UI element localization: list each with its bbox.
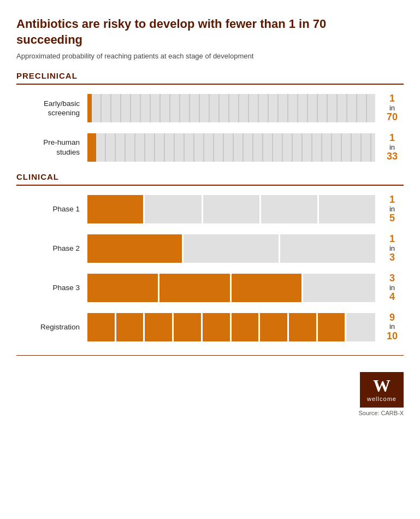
bar-phase3: [87, 274, 375, 302]
row-prehuman: Pre-humanstudies 1 in 33: [16, 133, 404, 162]
clinical-label: CLINICAL: [16, 172, 404, 181]
fraction-phase3: 3 in 4: [381, 273, 404, 303]
row-phase1: Phase 1 1 in 5: [16, 194, 404, 224]
row-registration: Registration 9 in 10: [16, 312, 404, 342]
page-title: Antibiotics are risky to develop with fe…: [16, 16, 388, 48]
bar-registration: [87, 313, 375, 341]
row-label-registration: Registration: [16, 322, 87, 332]
preclinical-section: PRECLINICAL Early/basicscreening 1 in 70…: [16, 71, 404, 162]
row-label-prehuman: Pre-humanstudies: [16, 138, 87, 157]
preclinical-divider: [16, 84, 404, 85]
row-label-phase3: Phase 3: [16, 283, 87, 293]
source-text: Source: CARB-X: [358, 410, 404, 416]
logo-source-area: W wellcome Source: CARB-X: [16, 372, 404, 416]
wellcome-label: wellcome: [367, 396, 397, 402]
row-label-early-screening: Early/basicscreening: [16, 99, 87, 118]
clinical-divider: [16, 185, 404, 186]
row-label-phase1: Phase 1: [16, 204, 87, 214]
bottom-divider: [16, 355, 404, 356]
fraction-early-screening: 1 in 70: [381, 93, 404, 123]
row-phase3: Phase 3 3 in 4: [16, 273, 404, 303]
bar-early-screening: [87, 94, 375, 122]
bar-phase1: [87, 195, 375, 223]
fraction-phase2: 1 in 3: [381, 234, 404, 263]
preclinical-label: PRECLINICAL: [16, 71, 404, 80]
bar-prehuman: [87, 133, 375, 162]
row-early-screening: Early/basicscreening 1 in 70: [16, 93, 404, 123]
page-subtitle: Approximated probability of reaching pat…: [16, 52, 404, 60]
wellcome-w-icon: W: [373, 377, 391, 394]
wellcome-logo: W wellcome: [360, 372, 404, 408]
logo-area: W wellcome Source: CARB-X: [358, 372, 404, 416]
fraction-registration: 9 in 10: [381, 312, 404, 342]
fraction-prehuman: 1 in 33: [381, 133, 404, 162]
row-label-phase2: Phase 2: [16, 244, 87, 253]
bar-phase2: [87, 234, 375, 263]
fraction-phase1: 1 in 5: [381, 194, 404, 224]
clinical-section: CLINICAL Phase 1 1 in 5 Phase 2: [16, 172, 404, 342]
row-phase2: Phase 2 1 in 3: [16, 234, 404, 263]
